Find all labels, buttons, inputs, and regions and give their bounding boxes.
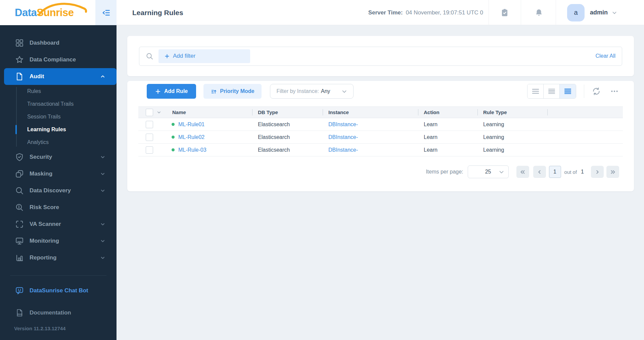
sidebar-item-chat-bot[interactable]: DataSunrise Chat Bot	[0, 283, 117, 298]
filter-search-box[interactable]: Add filter Clear All	[139, 47, 622, 66]
table-header-row: Name DB Type Instance Action Rule Type	[138, 106, 623, 118]
rule-name-link[interactable]: ML-Rule01	[178, 122, 204, 128]
chevron-down-icon[interactable]	[612, 10, 617, 15]
version-text: Version 11.2.13.12744	[14, 326, 65, 331]
sidebar-item-data-compliance[interactable]: Data Compliance	[0, 51, 117, 68]
pagination: Items per page: 25 1 out of 1	[138, 165, 619, 178]
column-header-action[interactable]: Action	[418, 107, 478, 118]
rule-name-link[interactable]: ML-Rule-03	[178, 147, 206, 153]
refresh-icon[interactable]	[592, 87, 601, 96]
subitem-label: Transactional Trails	[27, 101, 74, 107]
clear-all-link[interactable]: Clear All	[595, 53, 615, 59]
first-page-button[interactable]	[516, 166, 529, 178]
priority-list-icon	[211, 89, 217, 94]
row-checkbox[interactable]	[146, 121, 153, 128]
sidebar-item-monitoring[interactable]: Monitoring	[0, 233, 117, 249]
sidebar-item-dashboard[interactable]: Dashboard	[0, 35, 117, 51]
sidebar-subitem-analytics[interactable]: Analytics	[0, 136, 117, 149]
next-page-button[interactable]	[591, 166, 604, 178]
audit-submenu: Rules Transactional Trails Session Trail…	[0, 85, 117, 149]
chevron-down-icon	[100, 222, 105, 227]
sidebar-item-data-discovery[interactable]: Data Discovery	[0, 182, 117, 199]
column-header-db-type[interactable]: DB Type	[252, 107, 323, 118]
rule-name-link[interactable]: ML-Rule02	[178, 134, 204, 140]
instance-link[interactable]: DBInstance-	[328, 134, 358, 140]
page-title: Learning Rules	[132, 0, 183, 25]
chat-bot-label: DataSunrise Chat Bot	[30, 287, 88, 294]
chevron-down-icon[interactable]	[157, 110, 161, 114]
sidebar-subitem-session-trails[interactable]: Session Trails	[0, 110, 117, 123]
column-header-rule-type[interactable]: Rule Type	[478, 107, 548, 118]
datasunrise-logo[interactable]: DataSunrise	[0, 0, 95, 25]
topbar-separator	[556, 0, 556, 25]
chevron-down-icon	[100, 239, 105, 243]
sidebar-item-label: Data Compliance	[30, 56, 76, 63]
logo-row: DataSunrise	[0, 0, 117, 25]
add-filter-label: Add filter	[173, 53, 195, 59]
row-checkbox[interactable]	[146, 134, 153, 141]
action-cell: Learn	[418, 122, 478, 128]
previous-page-button[interactable]	[533, 166, 546, 178]
plus-icon	[165, 54, 170, 59]
topbar-right: Server Time: 04 November, 19:07:51 UTC 0…	[368, 0, 644, 25]
document-icon	[15, 72, 24, 81]
tasks-clipboard-icon[interactable]	[500, 8, 509, 17]
density-comfortable-button[interactable]	[527, 84, 544, 98]
priority-mode-button[interactable]: Priority Mode	[203, 84, 262, 99]
sidebar-collapse-button[interactable]	[95, 0, 117, 25]
add-rule-button[interactable]: Add Rule	[147, 84, 196, 99]
main-content: Add filter Clear All Add Rule Pri	[117, 25, 644, 340]
subitem-label: Rules	[27, 88, 41, 94]
sidebar-item-audit[interactable]: Audit	[4, 68, 117, 85]
chevron-down-icon	[341, 89, 347, 94]
chevron-down-icon	[499, 169, 504, 175]
filter-by-instance-dropdown[interactable]: Filter by Instance: Any	[270, 84, 354, 99]
logo-text: DataSunrise	[15, 7, 74, 19]
items-per-page-select[interactable]: 25	[468, 165, 509, 178]
rule-type-cell: Learning	[478, 147, 548, 153]
sidebar-item-va-scanner[interactable]: VA Scanner	[0, 216, 117, 233]
density-compact-button[interactable]	[560, 84, 576, 98]
action-cell: Learn	[418, 134, 478, 140]
user-menu-name[interactable]: admin	[590, 9, 608, 16]
topbar: Learning Rules Server Time: 04 November,…	[117, 0, 644, 25]
sidebar-subitem-learning-rules[interactable]: Learning Rules	[0, 123, 117, 136]
last-page-button[interactable]	[606, 166, 619, 178]
more-options-icon[interactable]	[610, 87, 619, 96]
current-page-input[interactable]: 1	[549, 166, 561, 178]
sidebar-item-masking[interactable]: Masking	[0, 165, 117, 182]
filter-card: Add filter Clear All	[127, 36, 634, 76]
sidebar-subitem-rules[interactable]: Rules	[0, 85, 117, 98]
name-cell: ML-Rule-03	[167, 147, 252, 153]
status-active-dot	[172, 136, 175, 139]
shield-check-icon	[15, 153, 24, 161]
sidebar-item-reporting[interactable]: Reporting	[0, 249, 117, 266]
avatar[interactable]: a	[567, 4, 585, 21]
sidebar-subitem-transactional-trails[interactable]: Transactional Trails	[0, 98, 117, 110]
chevron-down-icon	[100, 255, 105, 260]
column-header-instance[interactable]: Instance	[323, 107, 418, 118]
column-header-name[interactable]: Name	[167, 107, 252, 118]
documentation-icon: DOC	[15, 308, 24, 317]
instance-link[interactable]: DBInstance-	[328, 147, 358, 153]
add-filter-button[interactable]: Add filter	[158, 49, 250, 63]
sidebar-item-label: Data Discovery	[30, 187, 71, 194]
notifications-bell-icon[interactable]	[535, 8, 543, 17]
select-all-checkbox[interactable]	[146, 109, 153, 116]
subitem-label: Session Trails	[27, 114, 61, 120]
rules-toolbar: Add Rule Priority Mode Filter by Instanc…	[147, 84, 623, 99]
db-type-cell: Elasticsearch	[252, 134, 323, 140]
items-per-page-value: 25	[485, 169, 491, 175]
logo-data-word: Data	[15, 7, 37, 18]
add-rule-label: Add Rule	[164, 88, 188, 94]
sidebar-item-security[interactable]: Security	[0, 149, 117, 165]
row-checkbox-cell	[138, 134, 167, 141]
row-checkbox[interactable]	[146, 146, 153, 154]
sidebar-item-label: Dashboard	[30, 40, 59, 46]
table-row: ML-Rule02 Elasticsearch DBInstance- Lear…	[138, 131, 623, 144]
instance-link[interactable]: DBInstance-	[328, 122, 358, 127]
sidebar-item-documentation[interactable]: DOC Documentation	[0, 305, 117, 321]
chevron-up-icon	[100, 74, 105, 79]
density-medium-button[interactable]	[544, 84, 560, 98]
sidebar-item-risk-score[interactable]: Risk Score	[0, 199, 117, 216]
